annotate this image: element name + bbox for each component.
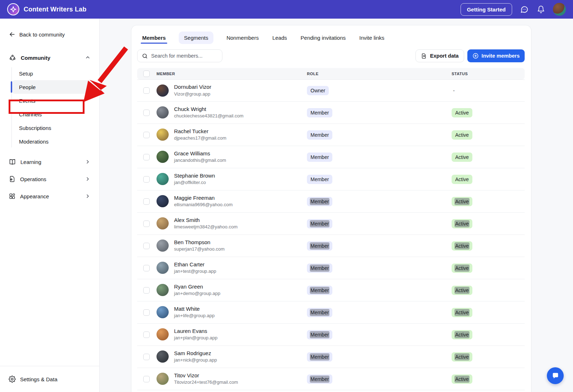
row-checkbox[interactable] xyxy=(143,154,150,160)
member-email: jan+plan@group.app xyxy=(174,335,217,341)
sparkle-logo-icon[interactable] xyxy=(7,3,19,15)
row-checkbox[interactable] xyxy=(143,221,150,227)
row-checkbox[interactable] xyxy=(143,354,150,360)
getting-started-button[interactable]: Getting Started xyxy=(461,3,512,16)
user-avatar[interactable] xyxy=(553,3,566,16)
sidebar-item-setup[interactable]: Setup xyxy=(0,67,95,80)
member-cell[interactable]: Lauren Evans jan+plan@group.app xyxy=(157,328,307,342)
chat-widget-button[interactable] xyxy=(547,367,564,384)
member-avatar xyxy=(157,239,169,252)
back-arrow-icon xyxy=(9,31,16,38)
member-email: superjan17@yahoo.com xyxy=(174,246,225,252)
role-badge: Member xyxy=(307,197,332,206)
member-cell[interactable]: Grace Williams jancandothis@gmail.com xyxy=(157,150,307,164)
gear-icon xyxy=(9,376,16,383)
sidebar-item-events[interactable]: Events xyxy=(0,94,95,107)
member-search[interactable] xyxy=(137,49,222,62)
row-checkbox[interactable] xyxy=(143,265,150,271)
tab-members[interactable]: Members xyxy=(141,33,167,46)
member-name: Ethan Carter xyxy=(174,261,216,268)
member-email: Vizor@group.app xyxy=(174,91,211,97)
operations-icon xyxy=(9,175,16,183)
role-badge: Member xyxy=(307,263,332,273)
row-checkbox[interactable] xyxy=(143,331,150,338)
member-cell[interactable]: Stephanie Brown jan@offkilter.co xyxy=(157,173,307,186)
tab-invite-links[interactable]: Invite links xyxy=(358,33,385,46)
member-name: Grace Williams xyxy=(174,150,226,157)
member-cell[interactable]: Maggie Freeman ellismania9696@yahoo.com xyxy=(157,195,307,208)
member-name: Lauren Evans xyxy=(174,328,217,335)
sidebar-section-community[interactable]: Community xyxy=(0,51,99,64)
tab-leads[interactable]: Leads xyxy=(271,33,288,46)
row-checkbox[interactable] xyxy=(143,87,150,94)
plus-circle-icon xyxy=(472,53,479,59)
table-row: Maggie Freeman ellismania9696@yahoo.com … xyxy=(137,190,525,213)
member-cell[interactable]: Ethan Carter jan+test@group.app xyxy=(157,261,307,275)
row-checkbox[interactable] xyxy=(143,198,150,205)
community-subnav: SetupPeopleEventsChannelsSubscriptionsMo… xyxy=(0,67,99,148)
chevron-right-icon xyxy=(85,159,91,165)
member-cell[interactable]: Alex Smith limesweetjm3842@yahoo.com xyxy=(157,217,307,231)
member-email: limesweetjm3842@yahoo.com xyxy=(174,224,237,230)
role-badge: Member xyxy=(307,308,332,317)
role-badge: Member xyxy=(307,130,332,140)
member-name: Titov Vizor xyxy=(174,372,238,379)
row-checkbox[interactable] xyxy=(143,243,150,249)
sidebar-item-channels[interactable]: Channels xyxy=(0,107,95,121)
sidebar-item-people[interactable]: People xyxy=(12,80,95,94)
search-input[interactable] xyxy=(151,53,218,59)
sidebar-section-operations[interactable]: Operations xyxy=(0,172,99,186)
chevron-right-icon xyxy=(85,176,91,182)
main-area: MembersSegmentsNonmembersLeadsPending in… xyxy=(100,19,573,392)
status-badge: Active xyxy=(452,352,472,362)
chat-icon[interactable] xyxy=(520,5,529,14)
member-cell[interactable]: Matt White jan+life@group.app xyxy=(157,306,307,319)
export-data-button[interactable]: Export data xyxy=(415,49,464,62)
table-row: Alex Smith limesweetjm3842@yahoo.com Mem… xyxy=(137,213,525,235)
row-checkbox[interactable] xyxy=(143,376,150,382)
sidebar-item-settings-data[interactable]: Settings & Data xyxy=(0,366,99,392)
row-checkbox[interactable] xyxy=(143,176,150,183)
sidebar-section-appearance[interactable]: Appearance xyxy=(0,189,99,203)
member-email: jan@offkilter.co xyxy=(174,180,215,186)
member-avatar xyxy=(157,373,169,385)
status-badge: Active xyxy=(452,130,472,140)
column-header-role: ROLE xyxy=(307,72,452,76)
section-label: Learning xyxy=(20,159,41,165)
member-cell[interactable]: Chuck Wright chuckiechesse43821@gmail.co… xyxy=(157,106,307,120)
member-email: jan+life@group.app xyxy=(174,313,215,319)
row-checkbox[interactable] xyxy=(143,287,150,294)
member-cell[interactable]: Titov Vizor Titovizor24+test76@gmail.com xyxy=(157,372,307,386)
sidebar-item-moderations[interactable]: Moderations xyxy=(0,135,95,148)
back-to-community-link[interactable]: Back to community xyxy=(0,19,99,38)
role-badge: Member xyxy=(307,286,332,295)
member-cell[interactable]: Ryan Green jan+demo@group.app xyxy=(157,284,307,297)
invite-members-label: Invite members xyxy=(482,53,520,59)
bell-icon[interactable] xyxy=(536,5,545,14)
member-name: Rachel Tucker xyxy=(174,128,226,135)
sidebar-item-subscriptions[interactable]: Subscriptions xyxy=(0,121,95,135)
invite-members-button[interactable]: Invite members xyxy=(467,49,525,62)
row-checkbox[interactable] xyxy=(143,132,150,138)
table-row: Dornubari Vizor Vizor@group.app Owner - xyxy=(137,79,525,102)
member-cell[interactable]: Rachel Tucker djpeaches17@gmail.com xyxy=(157,128,307,142)
member-cell[interactable]: Dornubari Vizor Vizor@group.app xyxy=(157,84,307,97)
tab-segments[interactable]: Segments xyxy=(179,32,214,44)
select-all-checkbox[interactable] xyxy=(143,71,150,77)
row-checkbox[interactable] xyxy=(143,309,150,316)
member-email: jan+nick@group.app xyxy=(174,357,217,363)
section-label: Operations xyxy=(20,176,46,182)
brand: Content Writers Lab xyxy=(7,3,86,15)
status-badge: Active xyxy=(452,308,472,317)
sidebar-section-learning[interactable]: Learning xyxy=(0,155,99,169)
member-cell[interactable]: Ben Thompson superjan17@yahoo.com xyxy=(157,239,307,253)
member-cell[interactable]: Sam Rodriguez jan+nick@group.app xyxy=(157,350,307,364)
tab-nonmembers[interactable]: Nonmembers xyxy=(226,33,259,46)
table-header: MEMBER ROLE STATUS xyxy=(137,68,525,79)
tab-pending-invitations[interactable]: Pending invitations xyxy=(300,33,346,46)
row-checkbox[interactable] xyxy=(143,110,150,116)
member-email: djpeaches17@gmail.com xyxy=(174,135,226,141)
status-badge: Active xyxy=(452,108,472,117)
community-icon xyxy=(9,54,16,62)
community-section-label: Community xyxy=(21,55,50,61)
